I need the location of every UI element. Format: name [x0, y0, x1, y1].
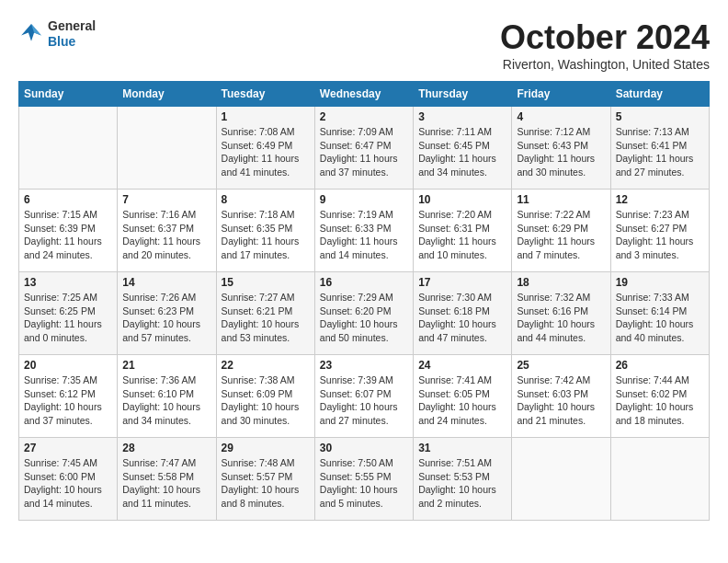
calendar-day-14: 14Sunrise: 7:26 AMSunset: 6:23 PMDayligh… [118, 272, 216, 355]
day-number: 22 [222, 359, 310, 372]
calendar-day-6: 6Sunrise: 7:15 AMSunset: 6:39 PMDaylight… [19, 190, 118, 272]
calendar-day-23: 23Sunrise: 7:39 AMSunset: 6:07 PMDayligh… [314, 355, 413, 438]
day-detail: Sunrise: 7:22 AMSunset: 6:29 PMDaylight:… [517, 208, 605, 262]
calendar-day-12: 12Sunrise: 7:23 AMSunset: 6:27 PMDayligh… [610, 190, 709, 272]
day-number: 13 [24, 276, 112, 289]
day-number: 20 [24, 359, 112, 372]
day-number: 6 [24, 193, 112, 206]
weekday-header-sunday: Sunday [19, 82, 118, 107]
day-detail: Sunrise: 7:20 AMSunset: 6:31 PMDaylight:… [418, 208, 506, 262]
day-number: 11 [517, 193, 605, 206]
day-number: 2 [320, 110, 408, 123]
day-detail: Sunrise: 7:44 AMSunset: 6:02 PMDaylight:… [616, 373, 704, 428]
day-detail: Sunrise: 7:50 AMSunset: 5:55 PMDaylight:… [320, 456, 408, 511]
calendar-day-26: 26Sunrise: 7:44 AMSunset: 6:02 PMDayligh… [610, 355, 709, 438]
day-number: 1 [222, 110, 310, 123]
calendar-empty-cell [512, 438, 610, 521]
calendar-day-31: 31Sunrise: 7:51 AMSunset: 5:53 PMDayligh… [414, 438, 512, 521]
weekday-header-tuesday: Tuesday [216, 82, 314, 107]
calendar-day-4: 4Sunrise: 7:12 AMSunset: 6:43 PMDaylight… [512, 107, 610, 190]
calendar-table: SundayMondayTuesdayWednesdayThursdayFrid… [18, 81, 710, 521]
day-detail: Sunrise: 7:29 AMSunset: 6:20 PMDaylight:… [320, 291, 408, 345]
day-detail: Sunrise: 7:16 AMSunset: 6:37 PMDaylight:… [122, 208, 210, 262]
logo-text: General Blue [48, 18, 96, 50]
day-number: 5 [616, 110, 704, 123]
day-detail: Sunrise: 7:35 AMSunset: 6:12 PMDaylight:… [24, 373, 112, 428]
calendar-week-row: 13Sunrise: 7:25 AMSunset: 6:25 PMDayligh… [19, 272, 710, 355]
day-number: 7 [122, 193, 210, 206]
day-detail: Sunrise: 7:42 AMSunset: 6:03 PMDaylight:… [517, 373, 605, 428]
day-detail: Sunrise: 7:23 AMSunset: 6:27 PMDaylight:… [616, 208, 704, 262]
calendar-day-22: 22Sunrise: 7:38 AMSunset: 6:09 PMDayligh… [216, 355, 314, 438]
day-number: 9 [320, 193, 408, 206]
calendar-day-16: 16Sunrise: 7:29 AMSunset: 6:20 PMDayligh… [314, 272, 413, 355]
calendar-day-2: 2Sunrise: 7:09 AMSunset: 6:47 PMDaylight… [314, 107, 413, 190]
calendar-day-10: 10Sunrise: 7:20 AMSunset: 6:31 PMDayligh… [414, 190, 512, 272]
day-number: 26 [616, 359, 704, 372]
day-number: 8 [222, 193, 310, 206]
day-detail: Sunrise: 7:27 AMSunset: 6:21 PMDaylight:… [222, 291, 310, 345]
title-block: October 2024 Riverton, Washington, Unite… [500, 18, 710, 72]
calendar-header-row: SundayMondayTuesdayWednesdayThursdayFrid… [19, 82, 710, 107]
calendar-week-row: 1Sunrise: 7:08 AMSunset: 6:49 PMDaylight… [19, 107, 710, 190]
day-detail: Sunrise: 7:11 AMSunset: 6:45 PMDaylight:… [418, 125, 506, 179]
day-detail: Sunrise: 7:36 AMSunset: 6:10 PMDaylight:… [122, 373, 210, 428]
day-number: 30 [320, 442, 408, 454]
logo: General Blue [18, 18, 96, 50]
day-detail: Sunrise: 7:12 AMSunset: 6:43 PMDaylight:… [517, 125, 605, 179]
calendar-day-7: 7Sunrise: 7:16 AMSunset: 6:37 PMDaylight… [118, 190, 216, 272]
day-number: 28 [122, 442, 210, 454]
logo-bird-icon [18, 21, 44, 47]
day-detail: Sunrise: 7:30 AMSunset: 6:18 PMDaylight:… [418, 291, 506, 345]
day-detail: Sunrise: 7:09 AMSunset: 6:47 PMDaylight:… [320, 125, 408, 179]
day-number: 29 [222, 442, 310, 454]
calendar-day-24: 24Sunrise: 7:41 AMSunset: 6:05 PMDayligh… [414, 355, 512, 438]
calendar-empty-cell [19, 107, 118, 190]
weekday-header-friday: Friday [512, 82, 610, 107]
calendar-day-29: 29Sunrise: 7:48 AMSunset: 5:57 PMDayligh… [216, 438, 314, 521]
day-number: 31 [418, 442, 506, 454]
day-number: 24 [418, 359, 506, 372]
calendar-day-18: 18Sunrise: 7:32 AMSunset: 6:16 PMDayligh… [512, 272, 610, 355]
day-detail: Sunrise: 7:08 AMSunset: 6:49 PMDaylight:… [222, 125, 310, 179]
day-number: 17 [418, 276, 506, 289]
day-number: 16 [320, 276, 408, 289]
calendar-day-17: 17Sunrise: 7:30 AMSunset: 6:18 PMDayligh… [414, 272, 512, 355]
day-number: 27 [24, 442, 112, 454]
day-number: 19 [616, 276, 704, 289]
calendar-day-13: 13Sunrise: 7:25 AMSunset: 6:25 PMDayligh… [19, 272, 118, 355]
day-number: 23 [320, 359, 408, 372]
weekday-header-wednesday: Wednesday [314, 82, 413, 107]
day-detail: Sunrise: 7:39 AMSunset: 6:07 PMDaylight:… [320, 373, 408, 428]
day-detail: Sunrise: 7:38 AMSunset: 6:09 PMDaylight:… [222, 373, 310, 428]
calendar-week-row: 20Sunrise: 7:35 AMSunset: 6:12 PMDayligh… [19, 355, 710, 438]
day-detail: Sunrise: 7:18 AMSunset: 6:35 PMDaylight:… [222, 208, 310, 262]
day-detail: Sunrise: 7:25 AMSunset: 6:25 PMDaylight:… [24, 291, 112, 345]
day-detail: Sunrise: 7:19 AMSunset: 6:33 PMDaylight:… [320, 208, 408, 262]
day-number: 25 [517, 359, 605, 372]
calendar-day-11: 11Sunrise: 7:22 AMSunset: 6:29 PMDayligh… [512, 190, 610, 272]
day-detail: Sunrise: 7:13 AMSunset: 6:41 PMDaylight:… [616, 125, 704, 179]
calendar-empty-cell [118, 107, 216, 190]
page-header: General Blue October 2024 Riverton, Wash… [18, 18, 710, 72]
calendar-day-9: 9Sunrise: 7:19 AMSunset: 6:33 PMDaylight… [314, 190, 413, 272]
day-detail: Sunrise: 7:51 AMSunset: 5:53 PMDaylight:… [418, 456, 506, 511]
calendar-day-15: 15Sunrise: 7:27 AMSunset: 6:21 PMDayligh… [216, 272, 314, 355]
day-number: 12 [616, 193, 704, 206]
calendar-day-5: 5Sunrise: 7:13 AMSunset: 6:41 PMDaylight… [610, 107, 709, 190]
weekday-header-thursday: Thursday [414, 82, 512, 107]
weekday-header-saturday: Saturday [610, 82, 709, 107]
calendar-day-19: 19Sunrise: 7:33 AMSunset: 6:14 PMDayligh… [610, 272, 709, 355]
calendar-week-row: 27Sunrise: 7:45 AMSunset: 6:00 PMDayligh… [19, 438, 710, 521]
day-number: 10 [418, 193, 506, 206]
calendar-day-25: 25Sunrise: 7:42 AMSunset: 6:03 PMDayligh… [512, 355, 610, 438]
day-detail: Sunrise: 7:15 AMSunset: 6:39 PMDaylight:… [24, 208, 112, 262]
calendar-day-20: 20Sunrise: 7:35 AMSunset: 6:12 PMDayligh… [19, 355, 118, 438]
month-year-title: October 2024 [500, 18, 710, 57]
day-detail: Sunrise: 7:26 AMSunset: 6:23 PMDaylight:… [122, 291, 210, 345]
day-number: 14 [122, 276, 210, 289]
day-detail: Sunrise: 7:45 AMSunset: 6:00 PMDaylight:… [24, 456, 112, 511]
day-number: 15 [222, 276, 310, 289]
day-detail: Sunrise: 7:41 AMSunset: 6:05 PMDaylight:… [418, 373, 506, 428]
day-detail: Sunrise: 7:32 AMSunset: 6:16 PMDaylight:… [517, 291, 605, 345]
